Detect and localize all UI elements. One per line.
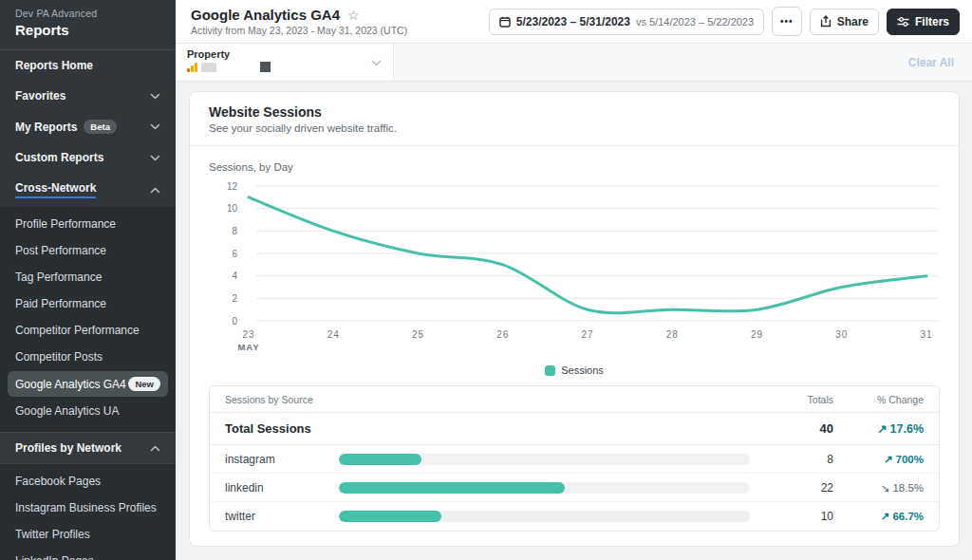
sidebar-item-label: Paid Performance — [15, 297, 106, 310]
sidebar-item-custom-reports[interactable]: Custom Reports — [0, 142, 176, 173]
chevron-up-icon — [150, 445, 160, 452]
activity-range-subtitle: Activity from May 23, 2023 - May 31, 202… — [191, 25, 407, 36]
bar-track — [339, 454, 750, 465]
svg-text:4: 4 — [232, 271, 237, 281]
sidebar-item-google-analytics-ua[interactable]: Google Analytics UA — [0, 398, 176, 424]
page-header: Google Analytics GA4 ☆ Activity from May… — [176, 0, 972, 44]
sidebar-item-label: Profiles by Network — [15, 441, 122, 455]
legend-swatch — [545, 365, 555, 376]
legend-label: Sessions — [561, 364, 604, 376]
bar-track — [339, 482, 750, 494]
chevron-down-icon — [150, 93, 160, 100]
chevron-up-icon — [150, 441, 160, 455]
card-subtitle: See your socially driven website traffic… — [209, 122, 940, 134]
sessions-line-chart: 02468101223MAY2425262728293031 — [209, 177, 940, 359]
sidebar-item-label: Cross-Network — [15, 181, 96, 198]
main-area: Google Analytics GA4 ☆ Activity from May… — [176, 0, 972, 560]
sidebar-item-facebook-pages[interactable]: Facebook Pages — [0, 468, 176, 495]
cross-network-sublist: Profile PerformancePost PerformanceTag P… — [0, 207, 176, 432]
property-value-redacted — [201, 63, 216, 72]
sidebar: Dev PA Advanced Reports Reports HomeFavo… — [0, 0, 176, 560]
sidebar-item-my-reports[interactable]: My ReportsBeta — [0, 111, 176, 142]
sidebar-item-post-performance[interactable]: Post Performance — [0, 237, 176, 264]
sessions-by-source-table: Sessions by Source Totals % Change Total… — [209, 385, 940, 532]
svg-text:27: 27 — [581, 329, 593, 340]
svg-text:30: 30 — [835, 329, 848, 340]
sidebar-item-label: Twitter Profiles — [15, 528, 90, 541]
chart-legend: Sessions — [190, 363, 959, 385]
source-total: 8 — [767, 453, 833, 466]
sidebar-item-google-analytics-ga4[interactable]: Google Analytics GA4New — [8, 371, 168, 397]
bar-cell — [339, 511, 767, 522]
column-header-change: % Change — [833, 394, 924, 405]
clear-all-link[interactable]: Clear All — [908, 56, 972, 69]
svg-text:0: 0 — [232, 316, 237, 327]
svg-text:25: 25 — [412, 329, 424, 340]
sidebar-item-competitor-posts[interactable]: Competitor Posts — [0, 344, 176, 370]
table-row-linkedin: linkedin22↘18.5% — [210, 474, 939, 502]
total-row-label: Total Sessions — [225, 421, 767, 436]
sidebar-item-cross-network[interactable]: Cross-Network — [0, 173, 176, 207]
filters-icon — [897, 16, 909, 28]
chart-container: 02468101223MAY2425262728293031 — [190, 173, 959, 363]
bar-cell — [339, 454, 767, 465]
filters-label: Filters — [915, 15, 949, 28]
favorite-star-icon[interactable]: ☆ — [347, 8, 360, 23]
source-change: ↗66.7% — [833, 510, 924, 523]
source-change: ↘18.5% — [833, 481, 924, 495]
property-label: Property — [187, 48, 371, 60]
svg-text:31: 31 — [920, 329, 932, 340]
sidebar-item-reports-home[interactable]: Reports Home — [0, 50, 176, 81]
sidebar-item-twitter-profiles[interactable]: Twitter Profiles — [0, 521, 176, 548]
sidebar-item-label: Post Performance — [15, 244, 106, 257]
property-dropdown[interactable]: Property — [176, 44, 394, 81]
source-label: linkedin — [225, 481, 339, 495]
content-area: Website Sessions See your socially drive… — [176, 82, 972, 560]
svg-text:24: 24 — [327, 329, 340, 340]
table-row-instagram: instagram8↗700% — [210, 445, 939, 474]
source-change: ↗700% — [833, 453, 924, 466]
source-rows: instagram8↗700%linkedin22↘18.5%twitter10… — [210, 445, 939, 531]
sidebar-nav-top: Reports HomeFavoritesMy ReportsBetaCusto… — [0, 50, 176, 207]
bar-fill — [339, 511, 441, 522]
sidebar-item-linkedin-pages[interactable]: LinkedIn Pages — [0, 548, 176, 560]
sidebar-item-tag-performance[interactable]: Tag Performance — [0, 264, 176, 290]
sidebar-header: Dev PA Advanced Reports — [0, 0, 176, 50]
sidebar-item-instagram-business-profiles[interactable]: Instagram Business Profiles — [0, 495, 176, 521]
filters-button[interactable]: Filters — [887, 9, 960, 35]
date-compare-value: vs 5/14/2023 – 5/22/2023 — [636, 16, 754, 28]
sidebar-item-profiles-by-network[interactable]: Profiles by Network — [0, 432, 176, 464]
sidebar-item-label: Google Analytics UA — [15, 404, 119, 418]
chevron-up-icon — [150, 187, 160, 194]
table-header-row: Sessions by Source Totals % Change — [210, 386, 939, 413]
date-range-value: 5/23/2023 – 5/31/2023 — [516, 15, 630, 28]
source-total: 22 — [767, 481, 833, 495]
sidebar-item-label: Competitor Posts — [15, 350, 103, 364]
bar-cell — [339, 482, 767, 494]
profiles-sublist: Facebook PagesInstagram Business Profile… — [0, 464, 176, 560]
sidebar-item-paid-performance[interactable]: Paid Performance — [0, 290, 176, 317]
sidebar-item-label: Reports Home — [15, 59, 93, 72]
sidebar-item-label: Profile Performance — [15, 217, 116, 231]
source-total: 10 — [767, 510, 833, 523]
sidebar-item-profile-performance[interactable]: Profile Performance — [0, 211, 176, 237]
date-range-button[interactable]: 5/23/2023 – 5/31/2023 vs 5/14/2023 – 5/2… — [489, 9, 764, 35]
property-selected-values — [187, 62, 371, 72]
property-value-redacted-dark — [260, 62, 271, 72]
chevron-down-icon — [371, 48, 382, 77]
more-options-button[interactable]: ••• — [772, 7, 802, 36]
chevron-down-icon — [150, 155, 160, 161]
source-label: twitter — [225, 510, 339, 523]
trend-up-icon: ↗ — [877, 421, 887, 436]
title-block: Google Analytics GA4 ☆ Activity from May… — [191, 7, 407, 36]
sidebar-item-competitor-performance[interactable]: Competitor Performance — [0, 317, 176, 344]
app-window: Dev PA Advanced Reports Reports HomeFavo… — [0, 0, 972, 560]
sidebar-item-label: Tag Performance — [15, 271, 102, 284]
share-button[interactable]: Share — [810, 9, 879, 35]
total-sessions-row: Total Sessions 40 ↗17.6% — [210, 413, 939, 445]
sidebar-item-favorites[interactable]: Favorites — [0, 81, 176, 111]
sidebar-item-label: Instagram Business Profiles — [15, 501, 157, 514]
filter-bar: Property Clear All — [176, 44, 972, 82]
svg-text:8: 8 — [232, 226, 237, 236]
bar-fill — [339, 454, 421, 465]
